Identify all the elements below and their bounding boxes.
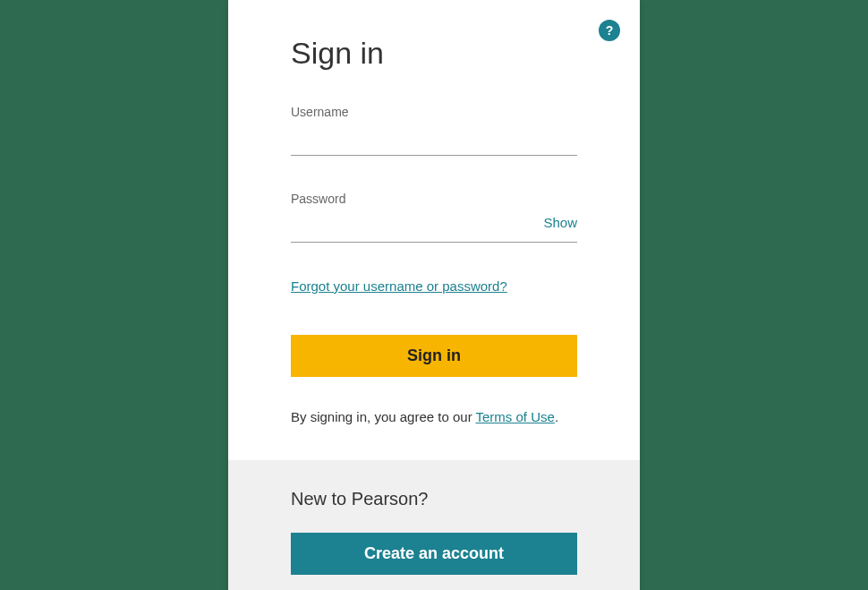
username-label: Username <box>291 105 577 119</box>
password-field-group: Password Show <box>291 192 577 243</box>
footer-heading: New to Pearson? <box>291 489 577 509</box>
password-label: Password <box>291 192 577 206</box>
terms-suffix: . <box>555 409 558 424</box>
show-password-button[interactable]: Show <box>543 215 577 230</box>
terms-of-use-link[interactable]: Terms of Use <box>476 409 555 424</box>
sign-in-button[interactable]: Sign in <box>291 335 577 377</box>
username-field-group: Username <box>291 105 577 156</box>
terms-text: By signing in, you agree to our Terms of… <box>291 409 577 424</box>
sign-in-card: ? Sign in Username Password Show Forgot … <box>228 0 640 590</box>
forgot-credentials-link[interactable]: Forgot your username or password? <box>291 278 507 294</box>
password-input[interactable] <box>291 211 577 242</box>
create-account-button[interactable]: Create an account <box>291 533 577 575</box>
username-input[interactable] <box>291 124 577 155</box>
card-footer: New to Pearson? Create an account <box>228 460 640 590</box>
page-title: Sign in <box>291 36 577 71</box>
help-icon[interactable]: ? <box>599 20 620 41</box>
card-main: ? Sign in Username Password Show Forgot … <box>228 0 640 460</box>
terms-prefix: By signing in, you agree to our <box>291 409 476 424</box>
username-input-wrap <box>291 124 577 156</box>
password-input-wrap: Show <box>291 211 577 243</box>
